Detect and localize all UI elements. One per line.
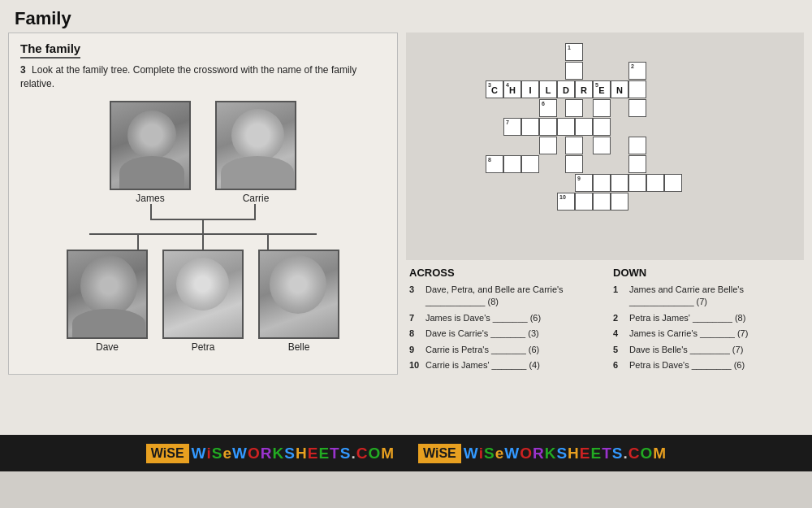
cell-3across-i: I <box>521 80 539 98</box>
cell-2-4 <box>628 137 646 154</box>
cell-7across-3 <box>557 118 575 136</box>
main-container: Family The family 3 Look at the family t… <box>0 0 812 471</box>
cell-2-2 <box>628 99 646 117</box>
cell-5-3 <box>593 137 611 154</box>
clue-down-6: 6 Petra is Dave's ________ (6) <box>613 359 801 371</box>
wise-badge-right: WiSE <box>418 444 461 463</box>
cell-2-1 <box>628 80 646 98</box>
cell-7across-5 <box>593 118 611 136</box>
cell-5-1 <box>593 99 611 117</box>
photo-carrie <box>215 101 296 190</box>
photo-belle <box>258 250 339 339</box>
cell-3across-l: L <box>539 80 557 98</box>
person-belle: Belle <box>258 250 339 353</box>
clue-across-10: 10 Carrie is James' _______ (4) <box>409 359 597 371</box>
crossword-area: 1 3C 4H I L D R 5E N 2 <box>406 33 804 260</box>
clue-down-4: 4 James is Carrie's _______ (7) <box>613 328 801 340</box>
instruction: 3 Look at the family tree. Complete the … <box>20 63 386 91</box>
right-panel: 1 3C 4H I L D R 5E N 2 <box>406 33 804 375</box>
cell-1-4 <box>565 137 583 154</box>
watermark-right: WiSE WiSeWORKSHEETS.COM <box>418 444 666 463</box>
cell-10across-2 <box>593 193 611 211</box>
clue-down-5: 5 Dave is Belle's ________ (7) <box>613 344 801 356</box>
cell-7across-2 <box>539 118 557 136</box>
across-clues: ACROSS 3 Dave, Petra, and Belle are Carr… <box>409 267 597 375</box>
cell-9across-3 <box>628 174 646 192</box>
clue-down-2: 2 Petra is James' ________ (8) <box>613 312 801 324</box>
cell-1-5 <box>565 155 583 173</box>
family-tree: James Carrie <box>20 101 386 353</box>
cell-3across-n: N <box>611 80 628 98</box>
cell-2-5 <box>628 155 646 173</box>
watermark-w: W <box>192 445 206 462</box>
person-carrie: Carrie <box>215 101 296 204</box>
label-james: James <box>136 193 164 204</box>
cell-10across-3 <box>611 193 628 211</box>
crossword-grid: 1 3C 4H I L D R 5E N 2 <box>412 39 797 254</box>
cell-1-2 <box>565 99 583 117</box>
across-heading: ACROSS <box>409 267 597 279</box>
parents-row: James Carrie <box>110 101 296 204</box>
cell-10across-0: 10 <box>557 193 575 211</box>
down-heading: DOWN <box>613 267 801 279</box>
cell-6-0: 6 <box>539 99 557 117</box>
cell-8across-0: 8 <box>486 155 503 173</box>
cell-3across-r: R <box>575 80 593 98</box>
cell-10across-1 <box>575 193 593 211</box>
left-panel: The family 3 Look at the family tree. Co… <box>8 33 398 375</box>
clues-area: ACROSS 3 Dave, Petra, and Belle are Carr… <box>406 267 804 375</box>
cell-3across-e: 5E <box>593 80 611 98</box>
person-james: James <box>110 101 191 204</box>
cell-7across-4 <box>575 118 593 136</box>
cell-1-1 <box>565 62 583 80</box>
clue-across-3: 3 Dave, Petra, and Belle are Carrie's __… <box>409 284 597 309</box>
section-title: The family <box>20 41 80 59</box>
wise-badge-left: WiSE <box>146 444 189 463</box>
cell-9across-2 <box>611 174 628 192</box>
cell-3across-4: 4H <box>503 80 521 98</box>
content-area: The family 3 Look at the family tree. Co… <box>0 33 812 375</box>
cell-3across-d: D <box>557 80 575 98</box>
instruction-number: 3 <box>20 64 26 76</box>
down-clues: DOWN 1 James and Carrie are Belle's ____… <box>613 267 801 375</box>
label-carrie: Carrie <box>243 193 270 204</box>
cell-9across-4 <box>646 174 664 192</box>
cell-7across-0: 7 <box>503 118 521 136</box>
cell-2-0: 2 <box>628 62 646 80</box>
clue-down-1: 1 James and Carrie are Belle's _________… <box>613 284 801 309</box>
footer-bar: WiSE WiSeWORKSHEETS.COM WiSE WiSeWORKSHE… <box>0 435 812 471</box>
photo-james <box>110 101 191 190</box>
page-title: Family <box>0 0 812 33</box>
person-dave: Dave <box>67 250 148 353</box>
photo-petra <box>162 250 244 339</box>
cell-6-2 <box>539 137 557 154</box>
cell-3across-3: 3C <box>486 80 503 98</box>
cell-1-0: 1 <box>565 43 583 61</box>
label-belle: Belle <box>288 341 310 353</box>
watermark-left: WiSE WiSeWORKSHEETS.COM <box>146 444 394 463</box>
clue-across-8: 8 Dave is Carrie's _______ (3) <box>409 328 597 340</box>
clue-across-7: 7 James is Dave's _______ (6) <box>409 312 597 324</box>
label-dave: Dave <box>96 341 119 353</box>
instruction-text: Look at the family tree. Complete the cr… <box>20 64 356 89</box>
cell-9across-1 <box>593 174 611 192</box>
tree-connector <box>20 204 386 250</box>
cell-7across-1 <box>521 118 539 136</box>
photo-dave <box>67 250 148 339</box>
cell-8across-2 <box>521 155 539 173</box>
label-petra: Petra <box>192 341 215 353</box>
person-petra: Petra <box>162 250 244 353</box>
children-row: Dave Petra Belle <box>67 250 339 353</box>
cell-8across-1 <box>503 155 521 173</box>
cell-9across-5 <box>664 174 682 192</box>
clue-across-9: 9 Carrie is Petra's _______ (6) <box>409 344 597 356</box>
cell-9across-0: 9 <box>575 174 593 192</box>
